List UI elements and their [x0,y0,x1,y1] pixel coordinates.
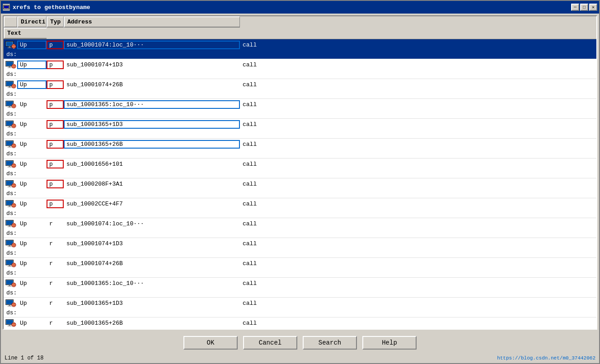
direction-cell: Up [17,219,47,228]
table-row[interactable]: Uprsub_10001365+1D3callds:gethostbyname [4,298,596,317]
type-cell: p [47,200,64,208]
type-cell: p [47,41,64,49]
table-row[interactable]: Uppsub_10001365+1D3callds:gethostbyname [4,119,596,139]
direction-cell: Up [17,120,47,129]
table-row[interactable]: Uprsub_10001074:loc_10···callds:gethostb… [4,218,596,238]
type-cell: r [47,239,64,248]
main-window: xrefs to gethostbyname ─ □ ✕ Directi Typ… [0,0,600,364]
row-icon [4,198,17,209]
type-cell: r [47,319,64,327]
svg-rect-55 [8,167,12,168]
direction-cell: Up [17,279,47,288]
row-icon [4,258,17,269]
text-cell: ds:gethostbyname [4,50,17,59]
title-bar-left: xrefs to gethostbyname [3,4,90,11]
call-cell: call [240,41,596,49]
col-header-type[interactable]: Typ [47,16,64,28]
ok-button[interactable]: OK [183,336,238,350]
type-cell: r [47,259,64,268]
direction-cell: Up [17,239,47,248]
svg-rect-54 [9,166,10,167]
text-cell: ds:gethostbyname [4,249,17,257]
status-bar: Line 1 of 18 https://blog.csdn.net/m0_37… [1,353,599,363]
col-header-address[interactable]: Address [64,16,240,28]
svg-rect-63 [8,187,12,187]
table-row[interactable]: Uppsub_10001365+26Bcallds:gethostbyname [4,139,596,159]
address-cell: sub_10001365+1D3 [64,299,240,308]
address-cell: sub_10002CCE+4F7 [64,200,240,208]
direction-cell: Up [17,160,47,168]
text-cell: ds:gethostbyname [4,289,17,297]
svg-rect-103 [8,286,12,287]
svg-rect-110 [9,305,10,306]
table-header: Directi Typ Address Text [4,16,596,39]
table-row[interactable]: Uppsub_10002CCE+4F7callds:gethostbyname [4,198,596,218]
svg-rect-78 [9,225,10,227]
line-info: Line 1 of 18 [5,355,43,361]
direction-cell: Up [17,41,47,49]
type-cell: p [47,120,64,129]
type-cell: r [47,279,64,288]
direction-cell: Up [17,259,47,268]
row-icon [4,178,17,189]
close-button[interactable]: ✕ [589,4,597,11]
direction-cell: Up [17,140,47,149]
svg-rect-6 [9,47,10,48]
svg-rect-38 [9,126,10,127]
row-icon [4,59,17,70]
type-cell: p [47,100,64,109]
type-cell: r [47,299,64,308]
table-body[interactable]: Uppsub_10001074:loc_10···callds:gethostb… [4,39,596,329]
svg-rect-79 [8,227,12,227]
direction-cell: Up [17,61,47,69]
row-icon [4,99,17,110]
text-cell: ds:gethostbyname [4,169,17,178]
table-row[interactable]: Uppsub_10001656+101callds:gethostbyname [4,159,596,178]
maximize-button[interactable]: □ [580,4,588,11]
address-cell: sub_10001074:loc_10··· [64,219,240,228]
text-cell: ds:gethostbyname [4,328,17,329]
table-row[interactable]: Uppsub_10001365:loc_10···callds:gethostb… [4,99,596,119]
buttons-area: OK Cancel Search Help [1,331,599,353]
svg-rect-94 [9,265,10,266]
call-cell: call [240,140,596,149]
row-icon [4,79,17,90]
direction-cell: Up [17,319,47,327]
cancel-button[interactable]: Cancel [243,336,297,350]
address-cell: sub_10001365+26B [64,319,240,327]
row-icon [4,238,17,249]
table-row[interactable]: Uprsub_10001365+26Bcallds:gethostbyname [4,317,596,329]
table-row[interactable]: Uprsub_10001074+1D3callds:gethostbyname [4,238,596,258]
svg-rect-14 [9,66,10,68]
direction-cell: Up [17,80,47,89]
col-header-text[interactable]: Text [4,28,47,39]
text-cell: ds:gethostbyname [4,189,17,198]
text-cell: ds:gethostbyname [4,229,17,238]
call-cell: call [240,200,596,208]
address-cell: sub_10001365+1D3 [64,120,240,129]
table-row[interactable]: Uppsub_10001074+26Bcallds:gethostbyname [4,79,596,99]
address-cell: sub_10001074:loc_10··· [64,41,240,49]
address-cell: sub_1000208F+3A1 [64,180,240,188]
table-row[interactable]: Uppsub_10001074+1D3callds:gethostbyname [4,59,596,79]
row-icon [4,119,17,130]
type-cell: p [47,180,64,188]
table-row[interactable]: Uppsub_1000208F+3A1callds:gethostbyname [4,178,596,198]
minimize-button[interactable]: ─ [571,4,579,11]
type-cell: r [47,219,64,228]
text-cell: ds:gethostbyname [4,130,17,138]
col-header-direction[interactable]: Directi [17,16,47,28]
row-icon [4,139,17,149]
title-bar-buttons: ─ □ ✕ [571,4,597,11]
table-row[interactable]: Uprsub_10001074+26Bcallds:gethostbyname [4,258,596,278]
row-icon [4,298,17,308]
table-row[interactable]: Uppsub_10001074:loc_10···callds:gethostb… [4,39,596,59]
call-cell: call [240,319,596,327]
help-button[interactable]: Help [362,336,417,350]
svg-rect-23 [8,88,12,88]
table-row[interactable]: Uprsub_10001365:loc_10···callds:gethostb… [4,278,596,298]
search-button[interactable]: Search [303,336,357,350]
svg-rect-15 [8,68,12,68]
svg-rect-46 [9,146,10,147]
type-cell: p [47,140,64,149]
